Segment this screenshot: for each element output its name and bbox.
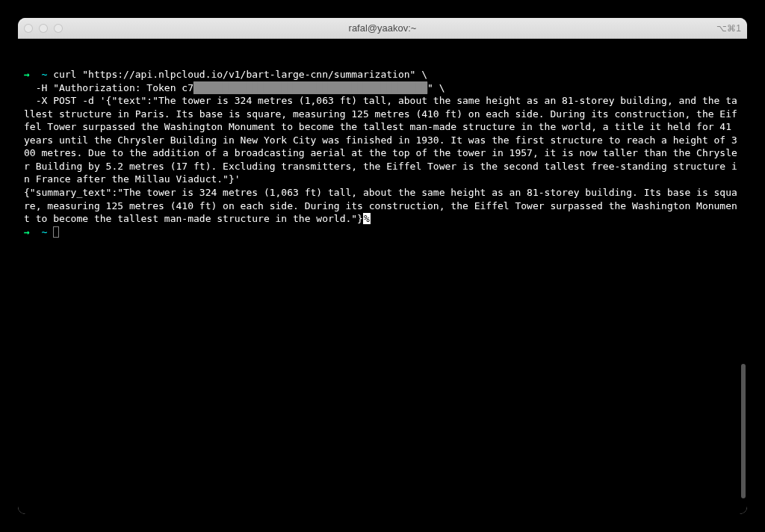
traffic-lights <box>24 24 63 33</box>
post-body: -X POST -d '{"text":"The tower is 324 me… <box>24 95 737 185</box>
close-button[interactable] <box>24 24 33 33</box>
prompt-path-2: ~ <box>41 226 47 238</box>
curl-suffix: " \ <box>410 69 427 80</box>
terminal-body[interactable]: → ~ curl "https://api.nlpcloud.io/v1/bar… <box>18 39 747 514</box>
terminal-content: → ~ curl "https://api.nlpcloud.io/v1/bar… <box>24 68 741 238</box>
auth-header-suffix: " \ <box>427 82 445 93</box>
window-shortcut: ⌥⌘1 <box>716 23 741 34</box>
redacted-token: ████████████████████████████████████████ <box>193 81 427 95</box>
response-output: {"summary_text":"The tower is 324 metres… <box>24 187 737 224</box>
shortcut-text: ⌘1 <box>727 23 741 34</box>
minimize-button[interactable] <box>39 24 48 33</box>
maximize-button[interactable] <box>54 24 63 33</box>
api-url: https://api.nlpcloud.io/v1/bart-large-cn… <box>88 69 409 80</box>
titlebar[interactable]: rafal@yaakov:~ ⌥⌘1 <box>18 18 747 39</box>
prompt-path: ~ <box>41 69 47 80</box>
alt-icon: ⌥ <box>716 23 727 34</box>
scrollbar-thumb[interactable] <box>741 364 746 498</box>
terminal-window: rafal@yaakov:~ ⌥⌘1 → ~ curl "https://api… <box>18 18 747 514</box>
eol-marker: % <box>363 213 371 224</box>
prompt-arrow: → <box>24 69 30 80</box>
cursor[interactable] <box>53 226 59 238</box>
curl-command: curl " <box>53 69 88 80</box>
auth-header-prefix: -H "Authorization: Token c7 <box>24 82 193 93</box>
window-title: rafal@yaakov:~ <box>349 22 417 34</box>
prompt-arrow-2: → <box>24 226 30 238</box>
